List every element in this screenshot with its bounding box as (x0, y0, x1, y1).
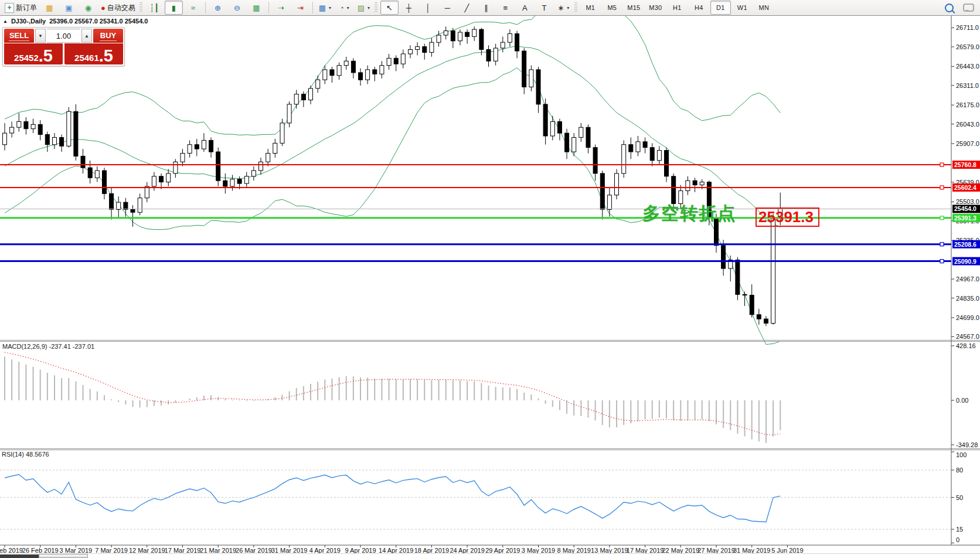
timeframe-mn-button[interactable]: MN (754, 1, 774, 15)
candle (60, 135, 64, 152)
timeframe-d1-button[interactable]: D1 (710, 1, 731, 15)
trendline-button[interactable]: ╱ (458, 1, 476, 15)
chart-shift-button[interactable]: ⇥ (291, 1, 309, 15)
price-tick-label: 26443.0 (956, 63, 979, 70)
bar-chart-icon: ┆┃ (150, 4, 159, 12)
symbol-header: ▲ DJ30-,Daily 25396.0 25567.0 25341.0 25… (3, 18, 148, 25)
candle (45, 132, 49, 152)
candlestick-button[interactable]: ▮ (165, 1, 183, 15)
candle (266, 149, 270, 166)
periods-dropdown[interactable]: ◔▾ (335, 1, 353, 15)
candle (387, 54, 391, 70)
candle (117, 196, 121, 218)
candle (209, 138, 213, 158)
price-tick-label: 24835.0 (956, 295, 979, 302)
candle (686, 176, 690, 195)
new-chart-dropdown[interactable]: ▦▾ (316, 1, 334, 15)
candle (38, 120, 42, 140)
candle (67, 107, 71, 148)
label-button[interactable]: T (535, 1, 553, 15)
chat-button[interactable] (959, 1, 978, 15)
timeframe-m15-button[interactable]: M15 (624, 1, 644, 15)
scrollbar-thumb[interactable] (39, 554, 88, 558)
signals-icon[interactable]: ◉ (79, 1, 97, 15)
volume-input[interactable] (47, 29, 80, 43)
candle (273, 139, 277, 158)
dropdown-caret-icon: ▾ (567, 5, 569, 11)
buy-price-button[interactable]: 25461 .5 (64, 43, 123, 64)
candle (416, 42, 420, 55)
sell-price-button[interactable]: 25452 .5 (4, 43, 63, 64)
rsi-tick-label: 0 (956, 536, 959, 543)
templates-dropdown[interactable]: ▨▾ (355, 1, 373, 15)
hline-handle[interactable] (940, 163, 944, 166)
volume-up-button[interactable]: ▲ (81, 29, 92, 43)
candle (159, 173, 164, 189)
candle (380, 61, 384, 79)
timeframe-h1-button[interactable]: H1 (667, 1, 688, 15)
candle (465, 29, 469, 44)
text-button[interactable]: A (516, 1, 534, 15)
candle (131, 205, 135, 227)
candle (10, 121, 14, 137)
candle (145, 182, 149, 203)
zoom-out-button[interactable]: ⊖ (228, 1, 246, 15)
price-tick-label: 26711.0 (956, 24, 979, 31)
auto-scroll-icon: ⇢ (278, 4, 284, 12)
volume-down-button[interactable]: ▼ (35, 29, 46, 43)
candle (259, 158, 263, 175)
price-line-label: 25391.3 (954, 215, 976, 222)
price-tick-label: 25503.0 (956, 198, 979, 205)
crosshair-button[interactable]: ┼ (400, 1, 418, 15)
vertical-line-button[interactable]: │ (419, 1, 437, 15)
candle (579, 123, 583, 142)
hline-handle[interactable] (940, 260, 944, 263)
hline-handle[interactable] (940, 186, 944, 189)
dropdown-caret-icon: ▾ (329, 5, 331, 11)
chart-annotation-text[interactable]: 多空转折点 (642, 202, 736, 226)
hline-handle[interactable] (940, 243, 944, 246)
search-button[interactable] (940, 1, 958, 15)
candle (757, 309, 761, 325)
timeframe-w1-button[interactable]: W1 (732, 1, 753, 15)
profile-icon[interactable]: ▣ (60, 1, 78, 15)
buy-button[interactable]: BUY (93, 29, 123, 43)
bar-chart-button[interactable]: ┆┃ (145, 1, 164, 15)
timeframe-h4-button[interactable]: H4 (689, 1, 709, 15)
candle (693, 178, 697, 192)
candle (479, 28, 484, 56)
periods-icon: ◔ (339, 4, 344, 12)
candle (458, 29, 462, 45)
candle (494, 44, 498, 66)
candle (24, 117, 28, 135)
channel-button[interactable]: ∥ (477, 1, 495, 15)
candle (764, 316, 768, 326)
hline-handle[interactable] (940, 216, 944, 220)
fibonacci-button[interactable]: ≡ (496, 1, 515, 15)
layouts-icon[interactable]: ▦ (40, 1, 59, 15)
candle (607, 188, 611, 217)
candles (3, 26, 782, 326)
horizontal-scrollbar[interactable] (0, 553, 980, 558)
timeframe-m1-button[interactable]: M1 (580, 1, 601, 15)
sell-button[interactable]: SELL (4, 29, 34, 43)
arrows-dropdown[interactable]: ∗▾ (554, 1, 573, 15)
auto-scroll-button[interactable]: ⇢ (272, 1, 290, 15)
cursor-button[interactable]: ↖ (380, 1, 399, 15)
candle (124, 198, 128, 217)
chart-annotation-price-box[interactable]: 25391.3 (756, 207, 819, 227)
price-line-label: 25760.8 (954, 161, 976, 168)
tile-windows-button[interactable]: ▦ (247, 1, 266, 15)
zoom-in-button[interactable]: ⊕ (209, 1, 227, 15)
timeframe-m30-button[interactable]: M30 (645, 1, 666, 15)
rsi-pane: 1008050150 (0, 451, 967, 543)
line-chart-button[interactable]: ≈ (184, 1, 202, 15)
new-order-button[interactable]: +新订单 (2, 1, 39, 15)
autotrading-button[interactable]: ●自动交易 (98, 1, 138, 15)
horizontal-line-button[interactable]: ─ (438, 1, 457, 15)
search-icon (945, 4, 954, 12)
templates-icon: ▨ (358, 4, 365, 12)
candle (486, 45, 491, 67)
timeframe-m5-button[interactable]: M5 (602, 1, 622, 15)
panel-collapse-icon[interactable]: ▲ (3, 19, 8, 24)
